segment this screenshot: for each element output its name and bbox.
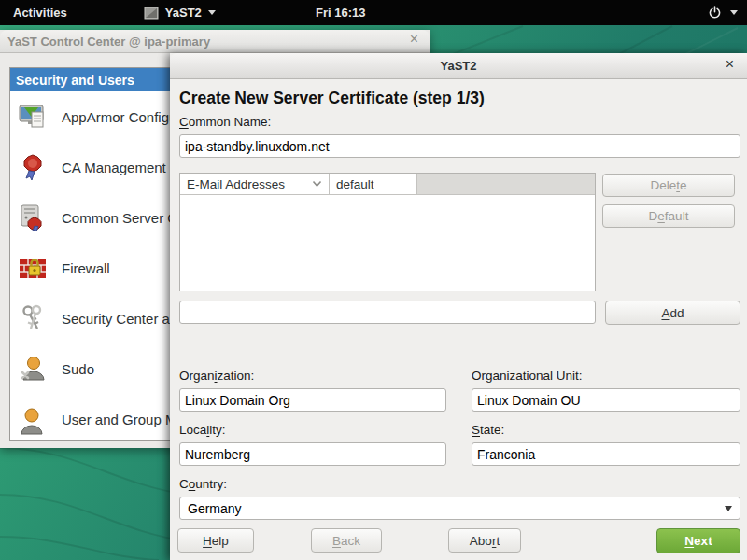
sidebar-item-label: Firewall: [62, 260, 110, 276]
table-header: E-Mail Addresses default: [180, 174, 595, 195]
activities-button[interactable]: Activities: [0, 0, 80, 25]
help-button[interactable]: Help: [177, 528, 254, 553]
email-addresses-table[interactable]: E-Mail Addresses default: [179, 173, 596, 291]
sidebar-item-label: User and Group M: [62, 412, 176, 427]
close-icon[interactable]: ×: [726, 56, 734, 73]
organizational-unit-input[interactable]: [472, 388, 740, 412]
apparmor-icon: [18, 102, 49, 133]
firewall-icon: [18, 253, 49, 284]
abort-button[interactable]: Abort: [448, 528, 521, 553]
sidebar-item-label: Security Center and: [62, 311, 186, 327]
column-header-default[interactable]: default: [330, 174, 417, 194]
app-menu-button[interactable]: YaST2: [136, 0, 223, 25]
app-window-icon: [144, 7, 159, 20]
state-label: State:: [472, 423, 504, 437]
add-button[interactable]: Add: [605, 301, 740, 325]
ca-management-icon: [18, 152, 49, 183]
clock[interactable]: Fri 16:13: [316, 0, 365, 25]
power-icon: [708, 6, 722, 20]
security-center-icon: [18, 303, 49, 334]
country-label: Country:: [179, 477, 227, 491]
common-name-input[interactable]: [179, 134, 740, 158]
back-button[interactable]: Back: [311, 528, 382, 553]
locality-label: Locality:: [179, 423, 226, 437]
dialog-titlebar[interactable]: YaST2 ×: [170, 53, 747, 79]
control-center-title: YaST Control Center @ ipa-primary: [7, 35, 210, 49]
default-button[interactable]: Default: [602, 204, 735, 228]
chevron-down-icon: [208, 10, 216, 15]
page-title: Create New Server Certificate (step 1/3): [179, 89, 485, 108]
sidebar-item-label: Common Server Ce: [62, 210, 186, 226]
country-selected-value: Germany: [188, 501, 242, 516]
column-header-email-addresses[interactable]: E-Mail Addresses: [180, 174, 330, 194]
country-select[interactable]: Germany: [179, 497, 740, 520]
dialog-title: YaST2: [440, 59, 476, 73]
chevron-down-icon: [312, 180, 322, 188]
common-name-label: Common Name:: [179, 115, 271, 129]
email-add-input[interactable]: [179, 301, 596, 324]
locality-input[interactable]: [179, 442, 446, 466]
gnome-top-bar: Activities YaST2 Fri 16:13: [0, 0, 747, 25]
close-icon[interactable]: ×: [410, 31, 418, 48]
control-center-titlebar[interactable]: YaST Control Center @ ipa-primary ×: [0, 30, 430, 53]
delete-button[interactable]: Delete: [602, 174, 735, 197]
organization-label: Organization:: [179, 369, 254, 383]
server-certificate-icon: [18, 203, 49, 233]
dropdown-arrow-icon: [725, 506, 732, 511]
yast2-dialog: YaST2 × Create New Server Certificate (s…: [170, 53, 747, 560]
next-button[interactable]: Next: [656, 528, 740, 553]
sidebar-item-label: CA Management: [62, 160, 166, 175]
table-body-empty[interactable]: [180, 195, 595, 291]
system-menu-button[interactable]: [708, 0, 738, 25]
sudo-icon: [18, 354, 49, 385]
organization-input[interactable]: [179, 388, 446, 412]
sidebar-item-label: Sudo: [62, 361, 94, 377]
chevron-down-icon: [730, 10, 738, 15]
organizational-unit-label: Organizational Unit:: [472, 369, 583, 383]
user-group-icon: [18, 404, 49, 435]
app-menu-label: YaST2: [165, 6, 202, 20]
state-input[interactable]: [472, 442, 740, 466]
